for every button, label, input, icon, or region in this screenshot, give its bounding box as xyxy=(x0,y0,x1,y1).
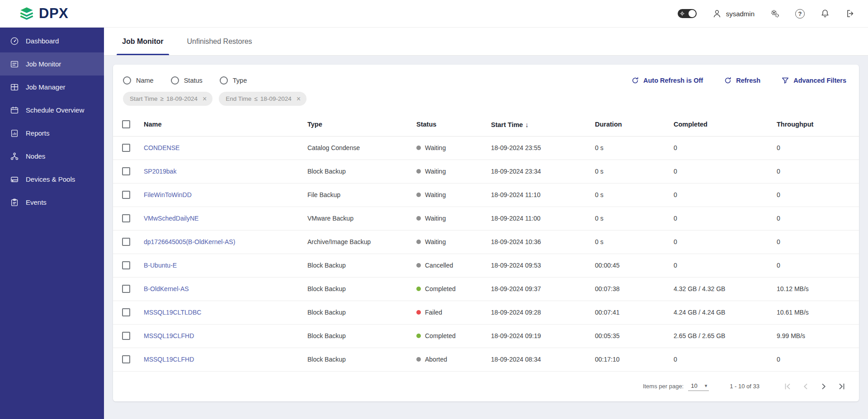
job-name-link[interactable]: MSSQL19CLFHD xyxy=(144,356,194,363)
gears-icon xyxy=(770,9,780,19)
column-header-throughput[interactable]: Throughput xyxy=(771,113,859,136)
table-row[interactable]: B-Ubuntu-E Block Backup Cancelled 18-09-… xyxy=(113,254,859,277)
job-type-cell: Block Backup xyxy=(302,324,411,348)
close-icon[interactable]: × xyxy=(203,95,207,103)
table-row[interactable]: FileWinToWinDD File Backup Waiting 18-09… xyxy=(113,183,859,207)
table-row[interactable]: CONDENSE Catalog Condense Waiting 18-09-… xyxy=(113,136,859,160)
throughput-cell: 0 xyxy=(771,207,859,230)
user-icon xyxy=(712,9,722,19)
filter-chip-end-time[interactable]: End Time ≤ 18-09-2024 × xyxy=(219,92,307,106)
duration-cell: 00:05:35 xyxy=(590,324,668,348)
column-header-type[interactable]: Type xyxy=(302,113,411,136)
sort-desc-icon[interactable]: ↓ xyxy=(525,121,529,128)
column-header-duration[interactable]: Duration xyxy=(590,113,668,136)
column-header-completed[interactable]: Completed xyxy=(668,113,771,136)
duration-cell: 00:00:45 xyxy=(590,254,668,277)
job-name-link[interactable]: MSSQL19CLFHD xyxy=(144,332,194,339)
status-dot-icon xyxy=(416,193,421,197)
radio-label: Type xyxy=(233,77,247,84)
job-name-link[interactable]: CONDENSE xyxy=(144,144,179,151)
table-row[interactable]: MSSQL19CLFHD Block Backup Aborted 18-09-… xyxy=(113,348,859,371)
throughput-cell: 10.61 MB/s xyxy=(771,301,859,324)
theme-toggle[interactable] xyxy=(678,9,697,18)
duration-cell: 0 s xyxy=(590,207,668,230)
bell-icon xyxy=(820,9,830,19)
sidebar-item-job-monitor[interactable]: Job Monitor xyxy=(0,52,104,75)
sidebar-item-dashboard[interactable]: Dashboard xyxy=(0,29,104,52)
row-checkbox[interactable] xyxy=(122,238,130,246)
sidebar-item-nodes[interactable]: Nodes xyxy=(0,145,104,168)
previous-page-button[interactable] xyxy=(797,378,814,395)
start-time-cell: 18-09-2024 11:10 xyxy=(486,183,590,207)
job-name-link[interactable]: B-Ubuntu-E xyxy=(144,262,177,269)
row-checkbox[interactable] xyxy=(122,355,130,363)
column-header-status[interactable]: Status xyxy=(411,113,486,136)
logout-button[interactable] xyxy=(845,9,855,19)
job-name-link[interactable]: B-OldKernel-AS xyxy=(144,285,189,292)
sidebar-item-job-manager[interactable]: Job Manager xyxy=(0,75,104,99)
row-checkbox[interactable] xyxy=(122,214,130,222)
job-name-link[interactable]: MSSQL19CLTLDBC xyxy=(144,309,201,316)
sidebar-item-devices-pools[interactable]: Devices & Pools xyxy=(0,168,104,191)
row-checkbox[interactable] xyxy=(122,285,130,293)
first-page-button[interactable] xyxy=(779,378,796,395)
status-label: Completed xyxy=(425,332,456,339)
throughput-cell: 0 xyxy=(771,160,859,183)
job-name-link[interactable]: dp1726645005(B-OldKernel-AS) xyxy=(144,238,235,245)
row-checkbox[interactable] xyxy=(122,261,130,269)
table-row[interactable]: VMwSchedDailyNE VMware Backup Waiting 18… xyxy=(113,207,859,230)
filter-chip-start-time[interactable]: Start Time ≥ 18-09-2024 × xyxy=(123,92,212,106)
job-type-cell: VMware Backup xyxy=(302,207,411,230)
table-row[interactable]: dp1726645005(B-OldKernel-AS) Archive/Ima… xyxy=(113,230,859,254)
completed-cell: 4.24 GB / 4.24 GB xyxy=(668,301,771,324)
tab-unfinished-restores[interactable]: Unfinished Restores xyxy=(175,28,264,55)
table-row[interactable]: SP2019bak Block Backup Waiting 18-09-202… xyxy=(113,160,859,183)
tab-job-monitor[interactable]: Job Monitor xyxy=(110,28,175,55)
status-dot-icon xyxy=(416,216,421,221)
select-all-checkbox[interactable] xyxy=(122,120,130,128)
row-checkbox[interactable] xyxy=(122,167,130,175)
table-row[interactable]: B-OldKernel-AS Block Backup Completed 18… xyxy=(113,277,859,301)
status-cell: Aborted xyxy=(411,348,486,371)
help-button[interactable]: ? xyxy=(795,9,805,19)
sidebar-item-reports[interactable]: Reports xyxy=(0,122,104,145)
next-page-button[interactable] xyxy=(816,378,832,395)
user-menu[interactable]: sysadmin xyxy=(712,9,755,19)
row-checkbox[interactable] xyxy=(122,332,130,340)
help-icon: ? xyxy=(795,9,805,19)
row-checkbox[interactable] xyxy=(122,191,130,199)
dpx-logo-icon xyxy=(19,7,34,20)
page-range-label: 1 - 10 of 33 xyxy=(730,383,760,390)
sidebar-item-events[interactable]: Events xyxy=(0,191,104,214)
row-checkbox[interactable] xyxy=(122,144,130,152)
auto-refresh-button[interactable]: Auto Refresh is Off xyxy=(631,76,703,85)
auto-refresh-label: Auto Refresh is Off xyxy=(643,77,703,84)
advanced-filters-button[interactable]: Advanced Filters xyxy=(781,76,846,85)
job-name-link[interactable]: FileWinToWinDD xyxy=(144,191,192,198)
row-checkbox[interactable] xyxy=(122,308,130,316)
start-time-cell: 18-09-2024 09:37 xyxy=(486,277,590,301)
column-header-name[interactable]: Name xyxy=(138,113,302,136)
completed-cell: 0 xyxy=(668,348,771,371)
items-per-page-select[interactable]: 10 ▾ xyxy=(688,381,709,391)
notifications-button[interactable] xyxy=(820,9,830,19)
completed-cell: 0 xyxy=(668,254,771,277)
refresh-button[interactable]: Refresh xyxy=(724,76,760,85)
radio-name[interactable]: Name xyxy=(123,76,154,85)
sidebar-item-schedule-overview[interactable]: Schedule Overview xyxy=(0,99,104,122)
status-cell: Waiting xyxy=(411,207,486,230)
job-name-link[interactable]: VMwSchedDailyNE xyxy=(144,215,198,222)
radio-status[interactable]: Status xyxy=(171,76,203,85)
settings-button[interactable] xyxy=(770,9,780,19)
job-monitor-card: Name Status Type Auto Refresh i xyxy=(113,65,859,401)
table-row[interactable]: MSSQL19CLTLDBC Block Backup Failed 18-09… xyxy=(113,301,859,324)
refresh-icon xyxy=(724,76,732,85)
job-name-link[interactable]: SP2019bak xyxy=(144,168,176,175)
status-dot-icon xyxy=(416,287,421,291)
column-header-start-time[interactable]: Start Time↓ xyxy=(486,113,590,136)
table-row[interactable]: MSSQL19CLFHD Block Backup Completed 18-0… xyxy=(113,324,859,348)
last-page-button[interactable] xyxy=(834,378,850,395)
dpx-logo[interactable]: DPX xyxy=(19,5,68,22)
close-icon[interactable]: × xyxy=(297,95,301,103)
radio-type[interactable]: Type xyxy=(220,76,247,85)
